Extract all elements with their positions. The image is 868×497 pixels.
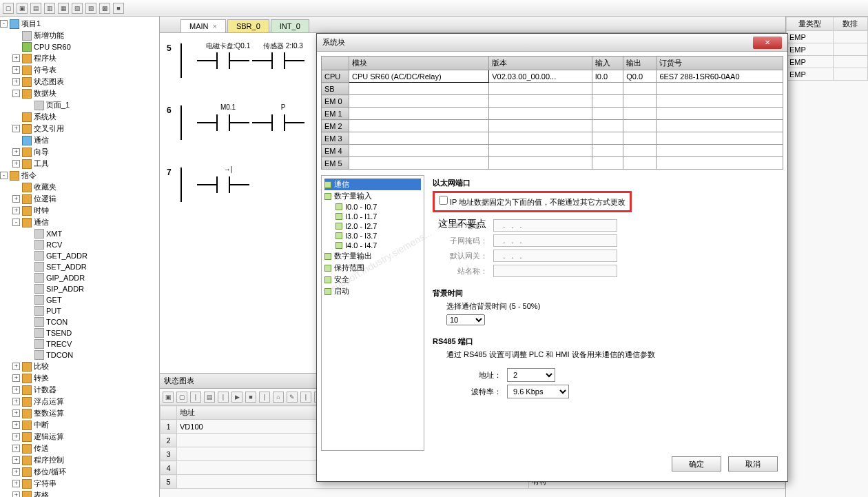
tree-node[interactable]: TCON — [0, 316, 159, 327]
expand-icon[interactable]: + — [12, 445, 20, 452]
toolbar-icon[interactable]: ▧ — [72, 3, 83, 14]
project-tree[interactable]: -项目1新增功能CPU SR60+程序块+符号表+状态图表-数据块页面_1系统块… — [0, 17, 160, 497]
tree-node[interactable]: +时钟 — [0, 205, 159, 216]
expand-icon[interactable]: + — [12, 386, 20, 394]
bg-time-select[interactable]: 10 — [446, 314, 485, 325]
expand-icon[interactable]: + — [12, 54, 20, 62]
table-cell[interactable] — [623, 145, 657, 157]
tree-node[interactable]: PUT — [0, 305, 159, 316]
toolbar-icon[interactable]: ▥ — [44, 3, 55, 14]
table-cell[interactable]: CPU SR60 (AC/DC/Relay) — [349, 70, 489, 83]
dialog-tree-item[interactable]: I0.0 - I0.7 — [324, 202, 421, 212]
tree-node[interactable]: +比较 — [0, 361, 159, 372]
table-cell[interactable] — [489, 132, 592, 145]
table-cell[interactable] — [592, 132, 623, 145]
module-row[interactable]: EM 0 — [322, 95, 783, 108]
dialog-tree-item[interactable]: 数字量输入 — [324, 190, 421, 202]
tree-node[interactable]: GET — [0, 294, 159, 305]
expand-icon[interactable]: + — [12, 125, 20, 132]
module-row[interactable]: EM 4 — [322, 145, 783, 157]
table-cell[interactable] — [489, 95, 592, 108]
table-cell[interactable] — [349, 120, 489, 132]
rs485-addr-select[interactable]: 2 — [507, 368, 555, 382]
tree-node[interactable]: +程序控制 — [0, 454, 159, 466]
expand-icon[interactable]: - — [12, 90, 20, 97]
table-cell[interactable] — [623, 157, 657, 170]
dialog-tree-item[interactable]: I2.0 - I2.7 — [324, 221, 421, 231]
expand-icon[interactable]: + — [12, 421, 20, 429]
expand-icon[interactable]: - — [0, 172, 8, 179]
tree-node[interactable]: 通信 — [0, 134, 159, 146]
tree-node[interactable]: +程序块 — [0, 52, 159, 64]
tree-node[interactable]: +符号表 — [0, 64, 159, 76]
table-cell[interactable] — [623, 83, 657, 95]
expand-icon[interactable]: + — [12, 148, 20, 156]
table-cell[interactable] — [833, 68, 867, 81]
column-header[interactable]: 量类型 — [787, 17, 834, 31]
table-cell[interactable] — [592, 95, 623, 108]
toolbar-icon[interactable]: ⌂ — [273, 392, 284, 403]
tree-node[interactable]: SIP_ADDR — [0, 283, 159, 294]
expand-icon[interactable]: + — [12, 78, 20, 85]
expand-icon[interactable]: + — [12, 433, 20, 440]
column-header[interactable] — [161, 406, 177, 420]
table-cell[interactable] — [489, 108, 592, 120]
table-cell[interactable]: EMP — [787, 43, 834, 56]
tree-node[interactable]: TDCON — [0, 349, 159, 361]
toolbar-icon[interactable]: | — [190, 392, 201, 403]
table-cell[interactable]: V02.03.00_00.00... — [489, 70, 592, 83]
station-name-input[interactable] — [493, 265, 617, 277]
table-cell[interactable] — [657, 120, 783, 132]
table-cell[interactable] — [592, 83, 623, 95]
toolbar-icon[interactable]: ■ — [245, 392, 256, 403]
tree-node[interactable]: SET_ADDR — [0, 261, 159, 272]
expand-icon[interactable]: - — [12, 219, 20, 226]
dialog-tree-item[interactable]: 数字量输出 — [324, 250, 421, 262]
column-header[interactable]: 数排 — [833, 17, 867, 31]
ladder-contact[interactable]: P — [271, 114, 285, 131]
tree-node[interactable]: GET_ADDR — [0, 250, 159, 261]
toolbar-icon[interactable]: ▦ — [58, 3, 69, 14]
tree-node[interactable]: +状态图表 — [0, 76, 159, 88]
table-cell[interactable] — [349, 145, 489, 157]
dialog-tree-item[interactable]: I4.0 - I4.7 — [324, 241, 421, 250]
toolbar-icon[interactable]: | — [259, 392, 270, 403]
table-cell[interactable]: EMP — [787, 31, 834, 43]
toolbar-icon[interactable]: ▨ — [85, 3, 96, 14]
table-cell[interactable] — [657, 157, 783, 170]
module-row[interactable]: EM 3 — [322, 132, 783, 145]
tab[interactable]: SBR_0 — [227, 19, 269, 32]
tree-node[interactable]: +向导 — [0, 146, 159, 158]
expand-icon[interactable]: + — [12, 468, 20, 476]
expand-icon[interactable]: - — [0, 20, 8, 28]
ladder-contact[interactable]: 传感器 2:I0.3 — [271, 52, 285, 69]
module-row[interactable]: EM 5 — [322, 157, 783, 170]
toolbar-icon[interactable]: | — [218, 392, 229, 403]
table-cell[interactable] — [657, 95, 783, 108]
tree-node[interactable]: CPU SR60 — [0, 41, 159, 52]
tree-node[interactable]: 系统块 — [0, 111, 159, 123]
table-cell[interactable] — [349, 157, 489, 170]
table-cell[interactable] — [833, 31, 867, 43]
toolbar-icon[interactable]: ▢ — [176, 392, 187, 403]
module-row[interactable]: CPUCPU SR60 (AC/DC/Relay)V02.03.00_00.00… — [322, 70, 783, 83]
tree-node[interactable]: 页面_1 — [0, 99, 159, 111]
tab[interactable]: INT_0 — [271, 19, 309, 32]
toolbar-icon[interactable]: ▤ — [30, 3, 41, 14]
expand-icon[interactable]: + — [12, 66, 20, 74]
tree-node[interactable]: +中断 — [0, 419, 159, 431]
table-cell[interactable]: EM 3 — [322, 132, 349, 145]
tree-node[interactable]: XMT — [0, 228, 159, 239]
expand-icon[interactable]: + — [12, 491, 20, 497]
table-cell[interactable]: EM 4 — [322, 145, 349, 157]
expand-icon[interactable]: + — [12, 409, 20, 417]
table-cell[interactable] — [489, 120, 592, 132]
tree-node[interactable]: 新增功能 — [0, 30, 159, 41]
tree-node[interactable]: 收藏夹 — [0, 181, 159, 193]
table-cell[interactable] — [623, 95, 657, 108]
expand-icon[interactable]: + — [12, 207, 20, 214]
toolbar-icon[interactable]: | — [300, 392, 311, 403]
expand-icon[interactable]: + — [12, 195, 20, 203]
tree-node[interactable]: +逻辑运算 — [0, 431, 159, 443]
tree-node[interactable]: -通信 — [0, 216, 159, 228]
